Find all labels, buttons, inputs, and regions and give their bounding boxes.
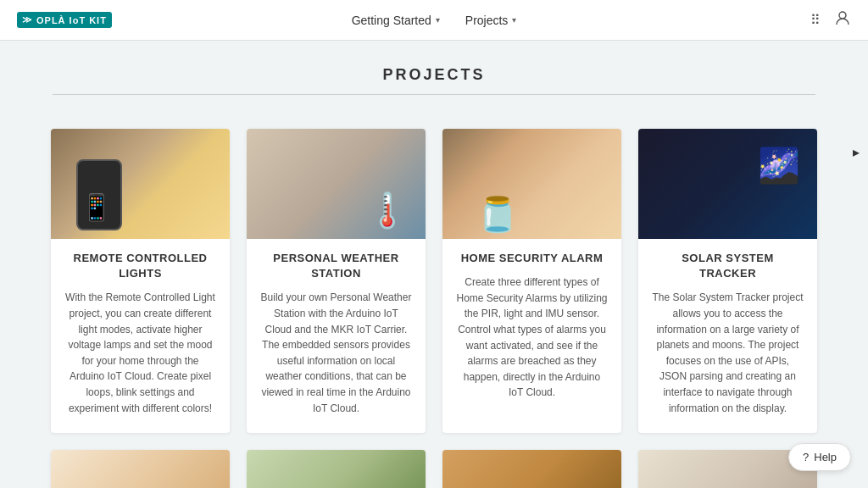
nav-getting-started-label: Getting Started: [352, 14, 431, 27]
title-divider: [53, 94, 815, 95]
project-card-security-alarm[interactable]: HOME SECURITY ALARM Create three differe…: [442, 129, 621, 433]
logo-arrows: ≫: [22, 14, 33, 25]
page-title: PROJECTS: [0, 66, 868, 84]
help-icon: ?: [803, 451, 809, 463]
project-image-remote-lights: [51, 129, 230, 239]
card-desc-security-alarm: Create three different types of Home Sec…: [456, 274, 608, 401]
chevron-down-icon: ▾: [436, 15, 440, 25]
grid-icon[interactable]: ⠿: [810, 12, 821, 28]
preview-card-1[interactable]: [51, 450, 230, 488]
card-title-security-alarm: HOME SECURITY ALARM: [456, 251, 608, 266]
project-image-security-alarm: [442, 129, 621, 239]
preview-card-2[interactable]: [247, 450, 426, 488]
chevron-down-icon: ▾: [512, 15, 516, 25]
header: ≫ OPLÀ IoT KIT Getting Started ▾ Project…: [0, 0, 868, 41]
projects-section: REMOTE CONTROLLEDLIGHTS With the Remote …: [0, 112, 868, 450]
svg-point-0: [839, 12, 846, 19]
header-actions: ⠿: [810, 9, 851, 30]
help-label: Help: [814, 451, 837, 463]
bottom-preview-row: [0, 450, 868, 488]
projects-grid: REMOTE CONTROLLEDLIGHTS With the Remote …: [51, 129, 817, 433]
card-desc-remote-lights: With the Remote Controlled Light project…: [64, 290, 216, 416]
brand-name: OPLÀ IoT KIT: [36, 15, 107, 25]
card-body-security-alarm: HOME SECURITY ALARM Create three differe…: [442, 239, 621, 418]
card-title-weather-station: PERSONAL WEATHERSTATION: [260, 251, 412, 281]
card-body-weather-station: PERSONAL WEATHERSTATION Build your own P…: [247, 239, 426, 433]
card-desc-solar-tracker: The Solar System Tracker project allows …: [652, 290, 804, 416]
preview-card-3[interactable]: [442, 450, 621, 488]
card-body-remote-lights: REMOTE CONTROLLEDLIGHTS With the Remote …: [51, 239, 230, 433]
logo-area[interactable]: ≫ OPLÀ IoT KIT: [17, 12, 112, 28]
card-desc-weather-station: Build your own Personal Weather Station …: [260, 290, 412, 416]
user-icon[interactable]: [834, 9, 851, 30]
page-title-section: PROJECTS: [0, 41, 868, 112]
project-image-solar-tracker: [638, 129, 817, 239]
nav-projects-label: Projects: [465, 14, 509, 27]
main-nav: Getting Started ▾ Projects ▾: [352, 14, 517, 27]
nav-getting-started[interactable]: Getting Started ▾: [352, 14, 440, 27]
card-body-solar-tracker: SOLAR SYSTEMTRACKER The Solar System Tra…: [638, 239, 817, 433]
card-title-solar-tracker: SOLAR SYSTEMTRACKER: [652, 251, 804, 281]
nav-projects[interactable]: Projects ▾: [465, 14, 517, 27]
project-card-weather-station[interactable]: PERSONAL WEATHERSTATION Build your own P…: [247, 129, 426, 433]
project-card-solar-tracker[interactable]: SOLAR SYSTEMTRACKER The Solar System Tra…: [638, 129, 817, 433]
logo-icon: ≫ OPLÀ IoT KIT: [17, 12, 112, 28]
project-image-weather-station: [247, 129, 426, 239]
project-card-remote-lights[interactable]: REMOTE CONTROLLEDLIGHTS With the Remote …: [51, 129, 230, 433]
card-title-remote-lights: REMOTE CONTROLLEDLIGHTS: [64, 251, 216, 281]
help-button[interactable]: ? Help: [788, 443, 851, 471]
